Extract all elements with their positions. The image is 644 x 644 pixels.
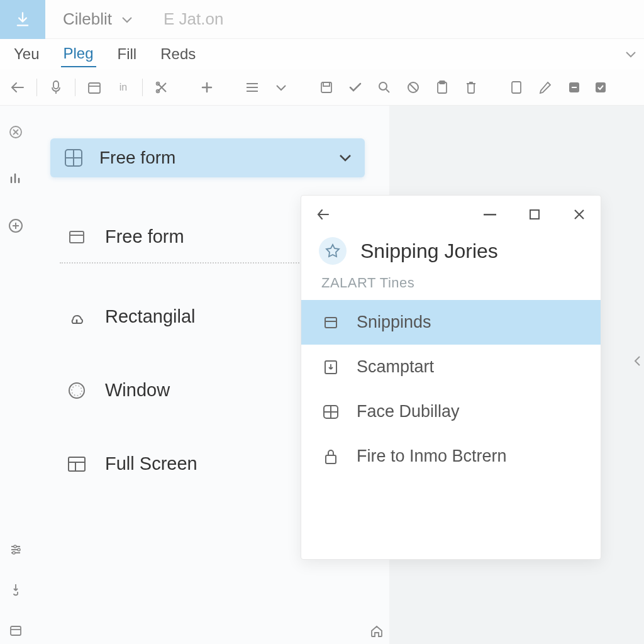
- star-icon: [319, 237, 347, 265]
- mode-select-label: Free form: [99, 148, 323, 168]
- title-secondary-label: E Jat.on: [151, 9, 236, 29]
- popup-item-snippinds[interactable]: Snippinds: [301, 300, 601, 345]
- popup-item-label: Scamptart: [357, 357, 434, 377]
- popup-maximize-button[interactable]: [529, 209, 540, 220]
- arrow-left-icon: [11, 82, 25, 93]
- pointer-icon: [9, 582, 23, 599]
- menubar: Yeu Pleg Fill Reds: [0, 39, 644, 69]
- svg-rect-13: [596, 82, 606, 92]
- home-icon: [370, 624, 384, 638]
- svg-rect-25: [484, 214, 496, 216]
- svg-rect-24: [69, 457, 85, 471]
- rect-icon: [66, 228, 87, 247]
- title-dropdown[interactable]: Cileblit: [45, 9, 151, 29]
- arrow-left-icon: [316, 208, 330, 221]
- calendar-button[interactable]: [82, 75, 107, 100]
- in-button[interactable]: in: [111, 75, 136, 100]
- add-button[interactable]: [194, 75, 219, 100]
- popup-item-face-dubillay[interactable]: Face Dubillay: [301, 389, 601, 434]
- left-rail-bottom: [0, 542, 31, 638]
- menu-overflow-button[interactable]: [625, 50, 636, 58]
- menu-item-yeu[interactable]: Yeu: [11, 42, 42, 67]
- sliders-icon: [8, 542, 23, 557]
- stats-rail-button[interactable]: [8, 171, 23, 186]
- popup-header: [301, 196, 601, 233]
- popup-item-label: Face Dubillay: [357, 402, 460, 421]
- svg-point-23: [72, 386, 82, 396]
- calendar-icon: [87, 80, 101, 94]
- option-label: Free form: [105, 226, 184, 247]
- save-button[interactable]: [314, 75, 339, 100]
- svg-rect-0: [53, 81, 58, 89]
- close-icon: [573, 208, 586, 221]
- check-button[interactable]: [343, 75, 368, 100]
- bars-icon: [8, 171, 23, 186]
- window-rail-button[interactable]: [9, 624, 23, 638]
- add-rail-button[interactable]: [8, 218, 24, 234]
- mode-select-dropdown[interactable]: Free form: [50, 138, 365, 177]
- close-rail-button[interactable]: [8, 125, 23, 140]
- mode-options-list: Free form Rectangilal Window Full Screen: [60, 214, 311, 487]
- cut-button[interactable]: [149, 75, 174, 100]
- app-icon-button[interactable]: [0, 0, 45, 39]
- separator: [75, 79, 75, 96]
- option-free-form[interactable]: Free form: [60, 214, 311, 260]
- close-circle-icon: [8, 125, 23, 140]
- left-rail: [0, 106, 31, 234]
- popup-item-label: Fire to Inmo Bctrern: [357, 447, 507, 466]
- clipboard-button[interactable]: [430, 75, 455, 100]
- svg-rect-1: [89, 83, 100, 93]
- mic-button[interactable]: [43, 75, 69, 100]
- popup-item-fire-to-inmo[interactable]: Fire to Inmo Bctrern: [301, 434, 601, 479]
- option-full-screen[interactable]: Full Screen: [60, 441, 311, 487]
- popup-title: Snipping Jories: [360, 240, 498, 263]
- chevron-down-icon: [625, 50, 636, 58]
- chevron-down-icon: [338, 153, 352, 162]
- delete-button[interactable]: [458, 75, 484, 100]
- clipboard-icon: [436, 80, 448, 95]
- back-button[interactable]: [5, 75, 30, 100]
- minimize-icon: [484, 213, 496, 216]
- popup-minimize-button[interactable]: [484, 213, 496, 216]
- popup-title-row: Snipping Jories: [301, 233, 601, 270]
- cloud-icon: [66, 308, 87, 326]
- popup-item-scamptart[interactable]: Scamptart: [301, 345, 601, 389]
- svg-point-18: [13, 552, 15, 554]
- svg-rect-19: [11, 626, 21, 635]
- menu-item-pleg[interactable]: Pleg: [61, 41, 96, 67]
- popup-back-button[interactable]: [316, 208, 330, 221]
- popup-close-button[interactable]: [573, 208, 586, 221]
- checkbox-tool-button[interactable]: [588, 75, 613, 100]
- notes-button[interactable]: [504, 75, 529, 100]
- block-button[interactable]: [401, 75, 426, 100]
- save-icon: [319, 80, 333, 94]
- pointer-rail-button[interactable]: [9, 582, 23, 599]
- home-button[interactable]: [370, 624, 384, 638]
- pencil-icon: [538, 80, 552, 94]
- svg-rect-12: [572, 87, 577, 88]
- separator: [142, 79, 143, 96]
- svg-point-6: [379, 82, 387, 90]
- divider: [60, 262, 311, 264]
- search-button[interactable]: [372, 75, 397, 100]
- chevron-down-icon: [121, 15, 133, 24]
- grid-icon: [63, 147, 84, 169]
- menu-item-reds[interactable]: Reds: [158, 42, 198, 67]
- option-rectangular[interactable]: Rectangilal: [60, 294, 311, 340]
- settings-rail-button[interactable]: [8, 542, 23, 557]
- plus-circle-icon: [8, 218, 24, 234]
- menu-item-fill[interactable]: Fill: [115, 42, 140, 67]
- edit-button[interactable]: [533, 75, 558, 100]
- option-window[interactable]: Window: [60, 367, 311, 413]
- block-icon: [406, 80, 420, 94]
- right-collapse-button[interactable]: [633, 355, 641, 367]
- svg-point-16: [14, 545, 16, 548]
- minimize-tool-button[interactable]: [562, 75, 587, 100]
- mic-icon: [50, 80, 62, 95]
- titlebar: Cileblit E Jat.on: [0, 0, 644, 39]
- svg-rect-30: [326, 455, 336, 464]
- expand-button[interactable]: [269, 75, 294, 100]
- menu-icon: [245, 82, 259, 92]
- check-icon: [348, 82, 362, 93]
- menu-lines-button[interactable]: [240, 75, 265, 100]
